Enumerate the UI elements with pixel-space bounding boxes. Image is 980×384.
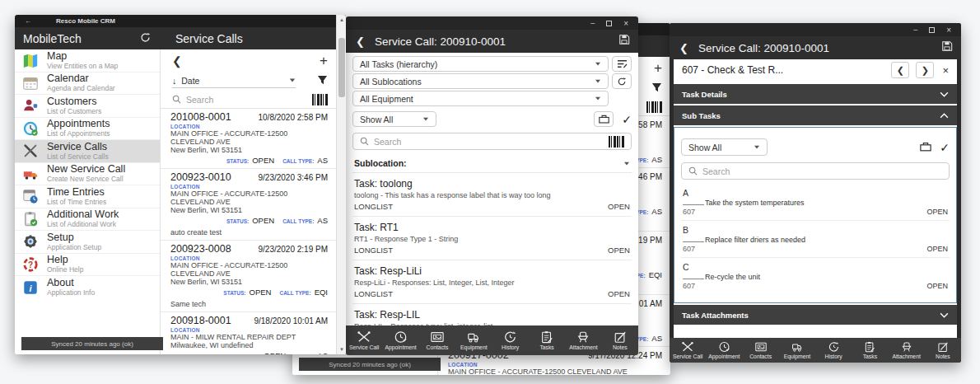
toolbar-notes[interactable]: Notes — [925, 338, 961, 363]
tasks-icon — [540, 330, 553, 344]
tasks-icon — [864, 341, 875, 353]
section-sub-tasks[interactable]: Sub Tasks — [674, 105, 957, 125]
toolbar-attachment[interactable]: Attachment — [889, 338, 925, 363]
toolbar-equipment[interactable]: Equipment — [779, 338, 815, 363]
toolbar-history[interactable]: History — [492, 325, 529, 355]
task-row[interactable]: Task: Resp-LiLi Resp-LiLi - Responses: L… — [352, 260, 632, 304]
service-call-row[interactable]: 201008-000110/8/2020 2:58 PM LOCATION MA… — [161, 109, 336, 169]
sidebar-item-new-service-call[interactable]: New Service CallCreate New Service Call — [15, 163, 160, 186]
sidebar-item-about[interactable]: i AboutApplication Info — [15, 276, 160, 299]
tasks-filter-dropdown[interactable]: All Tasks (hierarchy) — [352, 56, 609, 72]
minimize-button[interactable]: – — [913, 27, 917, 32]
subtask-row[interactable]: A Take the system temperatures 607OPEN — [681, 184, 950, 221]
toolbar-equipment[interactable]: Equipment — [455, 325, 492, 355]
maximize-button[interactable] — [606, 21, 612, 26]
show-filter-dropdown[interactable]: Show All — [681, 138, 768, 156]
chevron-down-icon — [940, 312, 949, 318]
subtask-row[interactable]: B Replace filter driers as needed 607OPE… — [681, 221, 950, 258]
task-row[interactable]: Task: Resp-LIL Resp-LIL - Response type:… — [352, 304, 632, 325]
response-blank-line — [683, 273, 704, 279]
task-row[interactable]: Task: toolong toolong - This task has a … — [352, 173, 632, 217]
save-icon[interactable] — [618, 34, 630, 49]
toolbar-attachment[interactable]: Attachment — [565, 325, 601, 355]
barcode-scan-icon[interactable] — [646, 101, 662, 113]
sub-tasks-panel: Show All ✓ A Take the system temperature… — [674, 127, 957, 303]
task-search-input[interactable] — [374, 137, 604, 147]
maximize-button[interactable] — [929, 27, 935, 33]
toolbar-appointment[interactable]: Appointment — [382, 325, 418, 355]
sort-direction-icon[interactable]: ↓ — [172, 76, 176, 86]
section-task-details[interactable]: Task Details — [674, 84, 957, 104]
list-scrollbar[interactable]: ▲ ▼ — [336, 15, 346, 354]
task-list-options-button[interactable] — [612, 56, 632, 72]
toolbar-contacts[interactable]: Contacts — [419, 325, 455, 355]
close-detail-button[interactable]: × — [940, 64, 950, 77]
previous-task-button[interactable]: ❮ — [891, 62, 909, 78]
sidebar-item-map[interactable]: MapView Entities on a Map — [15, 49, 160, 73]
search-icon — [688, 166, 698, 176]
service-call-row[interactable]: 200923-00089/23/2020 2:19 PM LOCATION MA… — [161, 241, 336, 312]
toolbar-appointment[interactable]: Appointment — [706, 338, 742, 363]
app-header: MobileTech Service Calls — [15, 27, 346, 49]
complete-check-icon[interactable]: ✓ — [622, 113, 632, 126]
add-service-call-button[interactable]: + — [320, 53, 328, 69]
toolbar-tasks[interactable]: Tasks — [852, 338, 888, 363]
sidebar-item-additional-work[interactable]: Additional WorkList of Additional Work — [15, 208, 160, 232]
toolbar-tasks[interactable]: Tasks — [529, 325, 565, 355]
sidebar-item-setup[interactable]: SetupApplication Setup — [15, 231, 160, 254]
minimize-button[interactable]: – — [590, 21, 595, 26]
toolbar-service-call[interactable]: Service Call — [346, 325, 382, 355]
sort-dropdown[interactable]: ↓ Date — [172, 76, 296, 88]
subtask-row[interactable]: C Re-cycle the unit 607OPEN — [681, 258, 950, 294]
close-button[interactable]: × — [623, 19, 628, 28]
search-input[interactable] — [186, 95, 307, 105]
toolbar-notes[interactable]: Notes — [602, 325, 638, 355]
service-call-icon — [357, 330, 371, 344]
sidebar-item-customers[interactable]: CustomersList of Customers — [15, 95, 160, 118]
refresh-button[interactable] — [612, 73, 632, 89]
sidebar-item-calendar[interactable]: CalendarAgenda and Calendar — [15, 73, 160, 96]
task-row[interactable]: Task: RT1 RT1 - Response Type 1 - String… — [352, 217, 632, 260]
next-task-button[interactable]: ❯ — [916, 62, 934, 78]
scroll-down-icon[interactable]: ▼ — [337, 347, 346, 352]
back-icon[interactable]: ❮ — [679, 42, 688, 54]
barcode-scan-icon[interactable] — [609, 136, 624, 148]
collapse-all-button[interactable] — [594, 111, 614, 127]
sublocations-filter-dropdown[interactable]: All Sublocations — [352, 73, 609, 89]
calendar-icon — [22, 75, 39, 91]
complete-check-icon[interactable]: ✓ — [940, 141, 950, 154]
filter-icon[interactable] — [317, 74, 328, 89]
equipment-filter-dropdown[interactable]: All Equipment — [352, 91, 609, 106]
collapse-list-button[interactable]: ❮ — [172, 54, 182, 68]
subtask-search-input[interactable] — [702, 166, 942, 176]
toolbar-contacts[interactable]: Contacts — [743, 338, 779, 363]
scrollbar-thumb[interactable] — [338, 38, 345, 97]
sidebar-item-time-entries[interactable]: Time EntriesList of Time Entries — [15, 185, 160, 208]
sidebar-item-appointments[interactable]: AppointmentsList of Appointments — [15, 118, 160, 141]
toolbar-service-call[interactable]: Service Call — [670, 338, 706, 363]
scroll-up-icon[interactable]: ▲ — [337, 17, 346, 22]
barcode-scan-icon[interactable] — [312, 94, 328, 105]
chevron-down-icon — [423, 118, 428, 121]
sidebar-item-help[interactable]: ? HelpOnline Help — [15, 254, 160, 277]
close-button[interactable]: × — [946, 26, 951, 35]
appointments-icon — [22, 120, 39, 137]
toolbar-history[interactable]: History — [815, 338, 852, 363]
add-service-call-button[interactable]: + — [654, 60, 662, 77]
show-filter-dropdown[interactable]: Show All — [352, 111, 436, 127]
filter-icon[interactable] — [651, 82, 662, 96]
chevron-down-icon — [595, 80, 600, 83]
sublocation-section-header[interactable]: Sublocation: — [352, 155, 632, 173]
service-call-row[interactable]: 200918-00019/18/2020 10:01 AM LOCATION M… — [161, 312, 336, 354]
back-icon[interactable]: ❮ — [356, 35, 365, 48]
section-task-attachments[interactable]: Task Attachments — [674, 305, 957, 325]
save-icon[interactable] — [941, 40, 953, 55]
bottom-toolbar: Service Call Appointment Contacts Equipm… — [346, 325, 638, 355]
about-icon: i — [22, 279, 39, 296]
back-arrow-icon[interactable]: ← — [15, 17, 31, 25]
sidebar-item-service-calls[interactable]: Service CallsList of Service Calls — [15, 140, 160, 163]
service-call-row[interactable]: 200923-00109/23/2020 3:46 PM LOCATION MA… — [161, 169, 336, 241]
sync-icon[interactable] — [140, 32, 151, 45]
history-icon — [828, 341, 840, 353]
collapse-all-icon[interactable] — [920, 140, 931, 155]
